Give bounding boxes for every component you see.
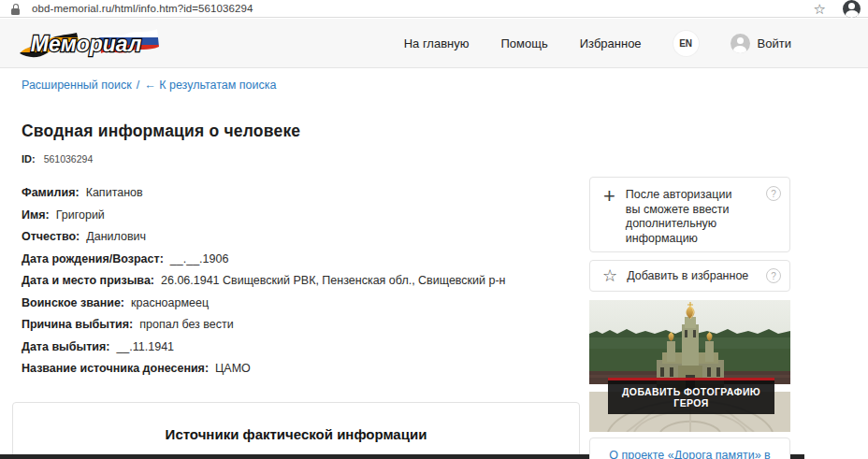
add-favorite-button[interactable]: ☆ Добавить в избранное ? [589,260,790,292]
login-label: Войти [758,36,791,50]
field-label: Имя: [22,208,50,222]
field-label: Дата выбытия: [22,340,109,353]
field-value: ЦАМО [215,362,251,375]
breadcrumb-advanced-search-link[interactable]: Расширенный поиск [22,79,132,92]
main-nav: На главную Помощь Избранное EN Войти [404,31,791,56]
field-row-draft: Дата и место призыва:26.06.1941 Свищевск… [22,275,578,287]
field-value: Капитанов [86,186,143,199]
field-value: Данилович [86,230,146,243]
add-photo-button[interactable]: ДОБАВИТЬ ФОТОГРАФИЮ ГЕРОЯ [608,378,774,414]
logo-text: Мемориал [31,32,142,56]
breadcrumb-back-to-results-link[interactable]: ← К результатам поиска [144,79,276,92]
field-value: __.__.1906 [170,252,229,265]
url-text[interactable]: obd-memorial.ru/html/info.htm?id=5610362… [32,3,253,14]
field-label: Фамилия: [22,186,80,199]
person-id-row: ID:561036294 [22,153,93,165]
favorite-star-icon: ☆ [602,267,617,284]
field-row-birthdate: Дата рождения/Возраст:__.__.1906 [22,253,578,265]
auth-note-text: После авторизации вы сможете ввести допо… [626,188,744,242]
nav-help[interactable]: Помощь [501,36,548,50]
browser-address-bar[interactable]: obd-memorial.ru/html/info.htm?id=5610362… [0,0,868,18]
sidebar: + После авторизации вы сможете ввести до… [589,177,790,459]
field-row-loss-date: Дата выбытия:__.11.1941 [22,341,578,353]
ssl-lock-icon [11,4,20,15]
id-value: 561036294 [44,153,94,165]
field-label: Название источника донесения: [22,362,209,375]
field-row-name: Имя:Григорий [22,209,578,222]
field-value: Григорий [56,208,105,222]
project-link-panel[interactable]: О проекте «Дорога памяти» в Главном Храм… [589,437,790,459]
breadcrumb-separator: / [137,79,139,92]
nav-home[interactable]: На главную [404,36,470,50]
field-value: пропал без вести [139,318,233,331]
field-value: 26.06.1941 Свищевский РВК, Пензенская об… [161,274,506,287]
field-row-patronymic: Отчество:Данилович [22,231,578,243]
browser-profile-icon[interactable] [843,0,861,18]
field-label: Дата рождения/Возраст: [22,252,164,265]
bookmark-star-icon[interactable]: ☆ [814,2,826,16]
add-favorite-label: Добавить в избранное [627,269,748,282]
field-row-source: Название источника донесения:ЦАМО [22,363,578,375]
language-button[interactable]: EN [673,31,699,56]
field-value: __.11.1941 [116,340,174,353]
plus-icon: + [603,188,615,242]
id-label: ID: [22,153,36,165]
field-label: Причина выбытия: [22,318,133,331]
field-value: красноармеец [131,296,209,309]
person-fields: Фамилия:Капитанов Имя:Григорий Отчество:… [22,187,578,385]
breadcrumb: Расширенный поиск/← К результатам поиска [22,79,276,92]
field-label: Воинское звание: [22,296,124,309]
sources-section: Источники фактической информации [12,402,580,459]
memorial-logo[interactable]: Мемориал [19,24,159,62]
cathedral-photo: ДОБАВИТЬ ФОТОГРАФИЮ ГЕРОЯ [589,300,790,432]
user-avatar-icon [731,34,750,53]
help-icon[interactable]: ? [766,268,781,283]
login-button[interactable]: Войти [731,34,791,53]
nav-favorites[interactable]: Избранное [580,36,642,50]
field-row-surname: Фамилия:Капитанов [22,187,578,199]
field-row-rank: Воинское звание:красноармеец [22,297,578,309]
sources-title: Источники фактической информации [13,426,579,442]
help-icon[interactable]: ? [766,186,781,201]
auth-info-panel[interactable]: + После авторизации вы сможете ввести до… [589,177,790,252]
field-row-loss-reason: Причина выбытия:пропал без вести [22,319,578,331]
road-of-memory-link[interactable]: О проекте «Дорога памяти» в Главном Храм… [609,449,772,459]
field-label: Дата и место призыва: [22,274,154,287]
field-label: Отчество: [22,230,80,243]
site-header: Мемориал На главную Помощь Избранное EN … [0,19,868,68]
page-title: Сводная информация о человеке [22,122,300,141]
